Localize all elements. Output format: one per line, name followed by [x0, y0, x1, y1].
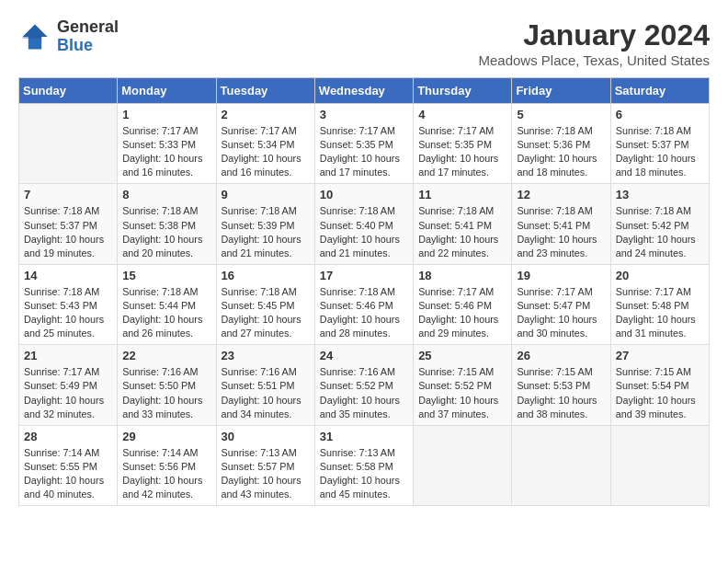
day-detail: Sunrise: 7:17 AMSunset: 5:46 PMDaylight:…: [418, 285, 506, 340]
calendar-week-row: 28Sunrise: 7:14 AMSunset: 5:55 PMDayligh…: [19, 425, 710, 505]
day-detail: Sunrise: 7:13 AMSunset: 5:57 PMDaylight:…: [222, 446, 310, 501]
calendar-cell: [512, 425, 610, 505]
day-number: 21: [24, 349, 112, 362]
calendar-cell: 26Sunrise: 7:15 AMSunset: 5:53 PMDayligh…: [512, 345, 610, 425]
day-number: 11: [418, 188, 506, 201]
day-number: 26: [517, 349, 605, 362]
day-detail: Sunrise: 7:18 AMSunset: 5:36 PMDaylight:…: [517, 124, 605, 179]
calendar-cell: 14Sunrise: 7:18 AMSunset: 5:43 PMDayligh…: [19, 264, 118, 344]
day-number: 7: [24, 188, 112, 201]
day-detail: Sunrise: 7:18 AMSunset: 5:43 PMDaylight:…: [24, 285, 112, 340]
day-number: 12: [517, 188, 605, 201]
day-detail: Sunrise: 7:16 AMSunset: 5:50 PMDaylight:…: [122, 365, 210, 420]
calendar-cell: 3Sunrise: 7:17 AMSunset: 5:35 PMDaylight…: [314, 104, 413, 184]
calendar-cell: 2Sunrise: 7:17 AMSunset: 5:34 PMDaylight…: [216, 104, 314, 184]
title-block: January 2024 Meadows Place, Texas, Unite…: [478, 18, 710, 68]
day-number: 17: [320, 269, 408, 282]
calendar-cell: 6Sunrise: 7:18 AMSunset: 5:37 PMDaylight…: [610, 104, 709, 184]
calendar-week-row: 1Sunrise: 7:17 AMSunset: 5:33 PMDaylight…: [19, 104, 710, 184]
day-number: 19: [517, 269, 605, 282]
day-number: 4: [418, 108, 506, 121]
logo-blue: Blue: [57, 37, 119, 55]
calendar-cell: 31Sunrise: 7:13 AMSunset: 5:58 PMDayligh…: [314, 425, 413, 505]
calendar-cell: 23Sunrise: 7:16 AMSunset: 5:51 PMDayligh…: [216, 345, 314, 425]
logo: General Blue: [18, 18, 119, 55]
day-number: 23: [222, 349, 310, 362]
day-number: 13: [616, 188, 704, 201]
calendar-cell: 20Sunrise: 7:17 AMSunset: 5:48 PMDayligh…: [610, 264, 709, 344]
day-detail: Sunrise: 7:17 AMSunset: 5:34 PMDaylight:…: [222, 124, 310, 179]
calendar-cell: 15Sunrise: 7:18 AMSunset: 5:44 PMDayligh…: [118, 264, 216, 344]
calendar-cell: 7Sunrise: 7:18 AMSunset: 5:37 PMDaylight…: [19, 184, 118, 264]
calendar-cell: [610, 425, 709, 505]
calendar-cell: 22Sunrise: 7:16 AMSunset: 5:50 PMDayligh…: [118, 345, 216, 425]
day-number: 3: [320, 108, 408, 121]
calendar-cell: 18Sunrise: 7:17 AMSunset: 5:46 PMDayligh…: [414, 264, 512, 344]
day-detail: Sunrise: 7:18 AMSunset: 5:38 PMDaylight:…: [122, 204, 210, 259]
calendar-cell: 17Sunrise: 7:18 AMSunset: 5:46 PMDayligh…: [314, 264, 413, 344]
day-number: 29: [122, 430, 210, 443]
weekday-header: Tuesday: [216, 78, 314, 104]
day-detail: Sunrise: 7:18 AMSunset: 5:41 PMDaylight:…: [517, 204, 605, 259]
weekday-header: Thursday: [414, 78, 512, 104]
weekday-header: Friday: [512, 78, 610, 104]
day-number: 16: [222, 269, 310, 282]
weekday-header: Saturday: [610, 78, 709, 104]
day-detail: Sunrise: 7:15 AMSunset: 5:53 PMDaylight:…: [517, 365, 605, 420]
day-number: 22: [122, 349, 210, 362]
calendar-table: SundayMondayTuesdayWednesdayThursdayFrid…: [18, 77, 710, 506]
calendar-cell: 12Sunrise: 7:18 AMSunset: 5:41 PMDayligh…: [512, 184, 610, 264]
calendar-cell: 4Sunrise: 7:17 AMSunset: 5:35 PMDaylight…: [414, 104, 512, 184]
logo-icon: [18, 20, 51, 53]
calendar-cell: 13Sunrise: 7:18 AMSunset: 5:42 PMDayligh…: [610, 184, 709, 264]
day-number: 20: [616, 269, 704, 282]
calendar-cell: 8Sunrise: 7:18 AMSunset: 5:38 PMDaylight…: [118, 184, 216, 264]
calendar-week-row: 21Sunrise: 7:17 AMSunset: 5:49 PMDayligh…: [19, 345, 710, 425]
day-detail: Sunrise: 7:18 AMSunset: 5:45 PMDaylight:…: [222, 285, 310, 340]
weekday-header: Sunday: [19, 78, 118, 104]
day-detail: Sunrise: 7:15 AMSunset: 5:54 PMDaylight:…: [616, 365, 704, 420]
day-detail: Sunrise: 7:18 AMSunset: 5:37 PMDaylight:…: [616, 124, 704, 179]
day-detail: Sunrise: 7:18 AMSunset: 5:40 PMDaylight:…: [320, 204, 408, 259]
day-number: 8: [122, 188, 210, 201]
logo-general: General: [57, 18, 119, 37]
calendar-cell: 16Sunrise: 7:18 AMSunset: 5:45 PMDayligh…: [216, 264, 314, 344]
calendar-cell: 5Sunrise: 7:18 AMSunset: 5:36 PMDaylight…: [512, 104, 610, 184]
day-detail: Sunrise: 7:18 AMSunset: 5:46 PMDaylight:…: [320, 285, 408, 340]
day-number: 31: [320, 430, 408, 443]
page-title: January 2024: [478, 18, 710, 52]
day-detail: Sunrise: 7:17 AMSunset: 5:35 PMDaylight:…: [320, 124, 408, 179]
day-detail: Sunrise: 7:13 AMSunset: 5:58 PMDaylight:…: [320, 446, 408, 501]
calendar-cell: 30Sunrise: 7:13 AMSunset: 5:57 PMDayligh…: [216, 425, 314, 505]
calendar-week-row: 7Sunrise: 7:18 AMSunset: 5:37 PMDaylight…: [19, 184, 710, 264]
calendar-header-row: SundayMondayTuesdayWednesdayThursdayFrid…: [19, 78, 710, 104]
calendar-cell: 29Sunrise: 7:14 AMSunset: 5:56 PMDayligh…: [118, 425, 216, 505]
day-number: 2: [222, 108, 310, 121]
day-number: 10: [320, 188, 408, 201]
calendar-cell: 1Sunrise: 7:17 AMSunset: 5:33 PMDaylight…: [118, 104, 216, 184]
calendar-cell: 21Sunrise: 7:17 AMSunset: 5:49 PMDayligh…: [19, 345, 118, 425]
calendar-cell: 11Sunrise: 7:18 AMSunset: 5:41 PMDayligh…: [414, 184, 512, 264]
day-number: 18: [418, 269, 506, 282]
calendar-cell: 10Sunrise: 7:18 AMSunset: 5:40 PMDayligh…: [314, 184, 413, 264]
svg-marker-1: [23, 24, 48, 38]
day-number: 15: [122, 269, 210, 282]
day-detail: Sunrise: 7:18 AMSunset: 5:41 PMDaylight:…: [418, 204, 506, 259]
day-number: 28: [24, 430, 112, 443]
calendar-cell: 28Sunrise: 7:14 AMSunset: 5:55 PMDayligh…: [19, 425, 118, 505]
day-detail: Sunrise: 7:17 AMSunset: 5:48 PMDaylight:…: [616, 285, 704, 340]
day-detail: Sunrise: 7:18 AMSunset: 5:42 PMDaylight:…: [616, 204, 704, 259]
day-detail: Sunrise: 7:16 AMSunset: 5:52 PMDaylight:…: [320, 365, 408, 420]
page-header: General Blue January 2024 Meadows Place,…: [18, 18, 710, 68]
day-number: 30: [222, 430, 310, 443]
day-detail: Sunrise: 7:18 AMSunset: 5:37 PMDaylight:…: [24, 204, 112, 259]
calendar-cell: 19Sunrise: 7:17 AMSunset: 5:47 PMDayligh…: [512, 264, 610, 344]
weekday-header: Wednesday: [314, 78, 413, 104]
calendar-cell: [414, 425, 512, 505]
day-number: 25: [418, 349, 506, 362]
calendar-cell: 27Sunrise: 7:15 AMSunset: 5:54 PMDayligh…: [610, 345, 709, 425]
day-detail: Sunrise: 7:16 AMSunset: 5:51 PMDaylight:…: [222, 365, 310, 420]
day-number: 9: [222, 188, 310, 201]
logo-text: General Blue: [57, 18, 119, 55]
day-number: 14: [24, 269, 112, 282]
